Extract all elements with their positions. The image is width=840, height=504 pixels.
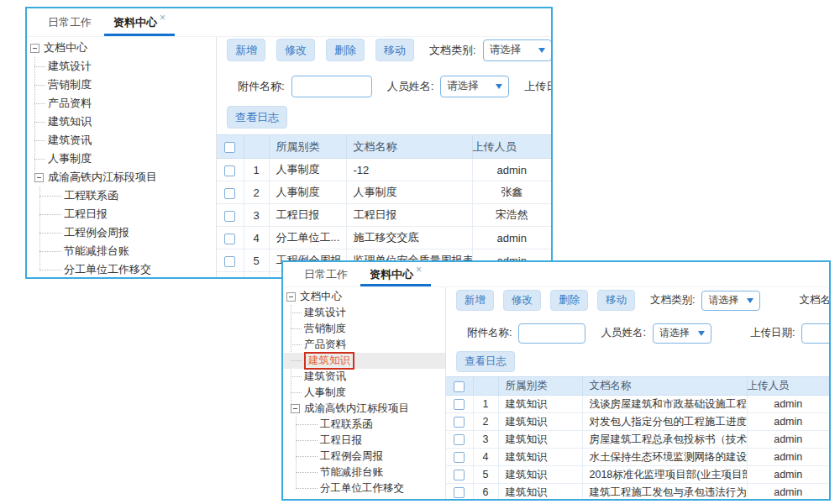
collapse-icon[interactable] — [286, 292, 296, 302]
document-tree: 文档中心 建筑设计 营销制度 — [27, 37, 217, 277]
table-row[interactable]: 5 建筑知识 2018标准化监理项目部(业主项目部)... admin — [446, 466, 829, 484]
row-checkbox[interactable] — [224, 256, 235, 267]
tree-node[interactable]: 营销制度 — [27, 76, 216, 94]
close-tab-icon[interactable]: × — [160, 12, 165, 24]
tree-node[interactable]: 产品资料 — [27, 94, 216, 113]
toolbar-button[interactable]: 修改 — [276, 39, 315, 61]
tree-node[interactable]: 节能减排台账 — [27, 242, 216, 260]
tab-daily-work[interactable]: 日常工作 — [293, 262, 359, 286]
caret-down-icon — [698, 331, 705, 336]
tree-node-label: 建筑知识 — [304, 352, 354, 370]
tree-node[interactable]: 建筑知识 — [283, 353, 445, 369]
tree-node[interactable]: 文档中心 — [27, 39, 216, 57]
select-all-checkbox[interactable] — [454, 381, 465, 392]
attachment-name-input[interactable] — [291, 76, 372, 97]
tab-daily-work[interactable]: 日常工作 — [37, 8, 102, 36]
row-checkbox[interactable] — [454, 452, 465, 463]
person-name-select[interactable]: 请选择 — [653, 323, 711, 344]
person-name-label: 人员姓名: — [387, 79, 434, 94]
tree-node[interactable]: 分工单位工作移交 — [27, 260, 216, 277]
tree-node[interactable]: 工程例会周报 — [27, 223, 216, 242]
row-checkbox[interactable] — [224, 165, 235, 176]
row-index: 2 — [473, 413, 498, 431]
row-checkbox[interactable] — [224, 188, 235, 199]
row-category: 建筑知识 — [498, 396, 582, 413]
row-category: 分工单位工... — [269, 227, 346, 249]
tree-connector — [34, 66, 45, 67]
view-log-button[interactable]: 查看日志 — [227, 106, 287, 129]
document-tree: 文档中心 建筑设计 营销制度 — [283, 287, 446, 499]
tree-node[interactable]: 分工单位工作移交 — [283, 480, 445, 496]
toolbar-button[interactable]: 新增 — [227, 39, 265, 61]
tab-data-center[interactable]: 资料中心 × — [359, 262, 433, 286]
tree-node-label: 节能减排台账 — [64, 244, 129, 259]
caret-down-icon — [747, 298, 753, 303]
tree-node[interactable]: 工程例会周报 — [283, 449, 445, 465]
attachment-name-input[interactable] — [518, 323, 585, 344]
row-index: 5 — [473, 466, 498, 484]
tree-connector — [39, 214, 61, 215]
table-row[interactable]: 2 人事制度 人事制度 张鑫 — [217, 181, 551, 204]
toolbar-button[interactable]: 删除 — [326, 39, 365, 61]
tree-node[interactable]: 工程日报 — [283, 433, 445, 449]
doc-category-label: 文档类别: — [650, 293, 695, 307]
close-tab-icon[interactable]: × — [416, 264, 422, 276]
tree-node-label: 工程联系函 — [320, 417, 373, 432]
table-row[interactable]: 2 建筑知识 对发包人指定分包的工程施工进度安... admin — [446, 413, 829, 431]
person-name-select[interactable]: 请选择 — [440, 76, 509, 97]
tree-node-label: 人事制度 — [48, 151, 92, 166]
tree-connector — [34, 103, 45, 104]
row-checkbox[interactable] — [454, 470, 465, 480]
tree-node[interactable]: 建筑资讯 — [283, 369, 445, 385]
tree-node[interactable]: 建筑知识 — [27, 113, 216, 131]
tree-node[interactable]: 建筑资讯 — [27, 131, 216, 150]
tree-node[interactable]: 文档中心 — [283, 289, 445, 305]
upload-date-input[interactable] — [801, 323, 829, 344]
row-checkbox[interactable] — [454, 434, 465, 445]
doc-category-select[interactable]: 请选择 — [483, 39, 551, 61]
toolbar-button[interactable]: 移动 — [375, 39, 414, 61]
row-checkbox[interactable] — [224, 234, 235, 244]
tree-node[interactable]: 工程联系函 — [283, 417, 445, 433]
toolbar-button[interactable]: 修改 — [503, 290, 541, 311]
view-log-button[interactable]: 查看日志 — [456, 351, 515, 372]
tree-node[interactable]: 成渝高铁内江标段项目 — [283, 401, 445, 417]
toolbar-button[interactable]: 移动 — [597, 290, 635, 311]
tree-node[interactable]: 建筑设计 — [27, 57, 216, 76]
tree-node[interactable]: 工程联系函 — [27, 186, 216, 205]
tree-node[interactable]: 人事制度 — [27, 150, 216, 168]
uploader-column-header: 上传人员 — [472, 135, 551, 159]
tree-node[interactable]: 工程日报 — [27, 205, 216, 223]
table-row[interactable]: 3 工程日报 工程日报 宋浩然 — [217, 204, 551, 227]
table-row[interactable]: 4 建筑知识 水土保持生态环境监测网络的建设与... admin — [446, 449, 829, 466]
table-row[interactable]: 1 人事制度 -12 admin — [217, 159, 551, 181]
table-row[interactable]: 3 建筑知识 房屋建筑工程总承包投标书（技术标... admin — [446, 431, 829, 449]
collapse-icon[interactable] — [291, 404, 300, 413]
tree-node[interactable]: 人事制度 — [283, 385, 445, 401]
collapse-icon[interactable] — [34, 173, 44, 182]
doc-category-select[interactable]: 请选择 — [701, 291, 760, 311]
table-row[interactable]: 4 分工单位工... 施工移交交底 admin — [217, 227, 551, 249]
row-checkbox[interactable] — [224, 211, 235, 222]
attachment-name-label: 附件名称: — [467, 326, 512, 340]
toolbar-button[interactable]: 新增 — [456, 290, 494, 311]
row-checkbox[interactable] — [454, 399, 465, 410]
toolbar-button[interactable]: 删除 — [550, 290, 588, 311]
tree-node[interactable]: 节能减排台账 — [283, 465, 445, 480]
tab-label: 资料中心 — [113, 15, 157, 30]
tree-node[interactable]: 营销制度 — [283, 321, 445, 337]
select-all-checkbox[interactable] — [224, 142, 235, 153]
table-row[interactable]: 1 建筑知识 浅谈房屋建筑和市政基础设施工程施... admin — [446, 396, 829, 413]
tree-node[interactable]: 建筑设计 — [283, 305, 445, 321]
select-value: 请选择 — [708, 293, 738, 307]
tree-node[interactable]: 成渝高铁内江标段项目 — [27, 168, 216, 186]
row-checkbox[interactable] — [454, 487, 465, 498]
row-index: 3 — [473, 431, 498, 449]
tab-data-center[interactable]: 资料中心 × — [102, 8, 176, 36]
tree-node[interactable]: 产品资料 — [283, 337, 445, 353]
table-row[interactable]: 6 建筑知识 建筑工程施工发包与承包违法行为认... admin — [446, 484, 829, 500]
collapse-icon[interactable] — [30, 44, 39, 53]
row-doc-name: 人事制度 — [346, 181, 472, 204]
row-checkbox[interactable] — [454, 417, 465, 428]
row-uploader: admin — [472, 159, 551, 181]
